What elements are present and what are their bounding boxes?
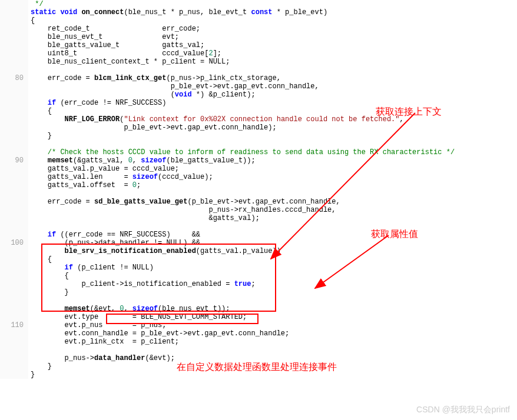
highlight-box [106, 314, 258, 324]
code-line: } [31, 132, 517, 140]
code-line: memset(&gatts_val, 0, sizeof(ble_gatts_v… [31, 156, 517, 165]
code-line: gatts_val.len = sizeof(cccd_value); [31, 173, 517, 181]
code-line: gatts_val.offset = 0; [31, 181, 517, 189]
code-line [31, 346, 517, 354]
code-line: uint8_t cccd_value[2]; [31, 49, 517, 58]
code-line: err_code = blcm_link_ctx_get(p_nus->p_li… [31, 74, 517, 82]
code-line: ble_gatts_value_t gatts_val; [31, 41, 517, 49]
code-line: ble_nus_client_context_t * p_client = NU… [31, 58, 517, 66]
code-line [31, 189, 517, 198]
code-line: p_ble_evt->evt.gap_evt.conn_handle); [31, 124, 517, 132]
code-line: gatts_val.p_value = cccd_value; [31, 165, 517, 173]
code-line: evt.type = BLE_NUS_EVT_COMM_STARTED; [31, 313, 517, 321]
code-line: { [31, 16, 517, 25]
line-number: 90 [0, 156, 24, 165]
code-area[interactable]: */ static void on_connect(ble_nus_t * p_… [28, 0, 517, 379]
code-line: { [31, 107, 517, 115]
code-line: evt.p_link_ctx = p_client; [31, 338, 517, 346]
annotation-text: 获取属性值 [371, 228, 418, 241]
code-line [31, 66, 517, 74]
code-editor: 80 90 100 110 */ static void on_connect(… [0, 0, 517, 379]
code-line: NRF_LOG_ERROR("Link context for 0x%02X c… [31, 115, 517, 124]
code-line: /* Check the hosts CCCD value to inform … [31, 148, 517, 156]
code-line: p_nus->rx_handles.cccd_handle, [31, 206, 517, 214]
line-number-gutter: 80 90 100 110 [0, 0, 28, 379]
code-line: p_ble_evt->evt.gap_evt.conn_handle, [31, 82, 517, 91]
code-line: if ((err_code == NRF_SUCCESS) && [31, 231, 517, 239]
watermark: CSDN @我我我只会printf [416, 405, 510, 415]
code-line: err_code = sd_ble_gatts_value_get(p_ble_… [31, 198, 517, 206]
annotation-text: 在自定义数据处理函数里处理连接事件 [177, 361, 337, 374]
line-number: 110 [0, 321, 24, 329]
code-line: evt.conn_handle = p_ble_evt->evt.gap_evt… [31, 329, 517, 338]
code-line: evt.p_nus = p_nus; [31, 321, 517, 329]
code-line: ret_code_t err_code; [31, 25, 517, 33]
code-line [31, 140, 517, 148]
code-line: &gatts_val); [31, 214, 517, 222]
highlight-box [41, 244, 276, 312]
code-line: ble_nus_evt_t evt; [31, 33, 517, 41]
code-line: */ [31, 0, 517, 8]
code-line: if (err_code != NRF_SUCCESS) [31, 99, 517, 107]
line-number: 80 [0, 74, 24, 82]
line-number: 100 [0, 239, 24, 247]
code-line: static void on_connect(ble_nus_t * p_nus… [31, 8, 517, 16]
code-line: (void *) &p_client); [31, 91, 517, 99]
code-line [31, 222, 517, 231]
annotation-text: 获取连接上下文 [376, 106, 442, 118]
